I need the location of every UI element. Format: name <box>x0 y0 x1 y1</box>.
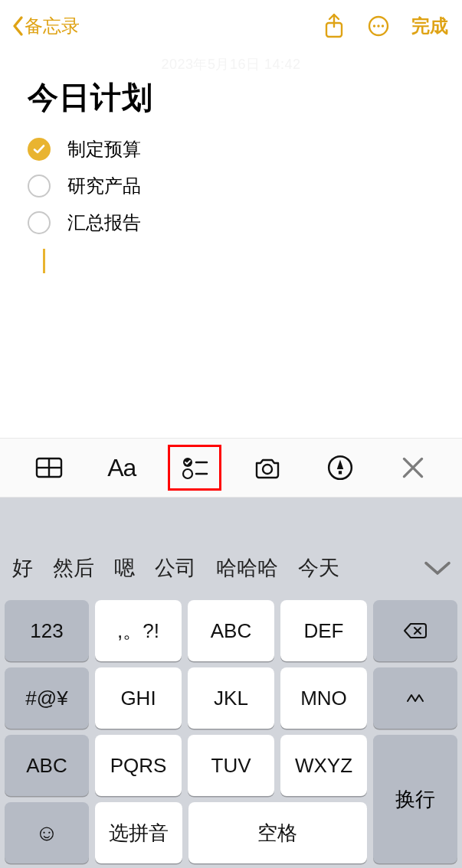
key-punct[interactable]: ,。?! <box>95 600 182 661</box>
key-space[interactable]: 空格 <box>188 802 367 863</box>
text-cursor <box>43 249 45 273</box>
share-button[interactable] <box>323 13 346 39</box>
suggestion-bar: 好 然后 嗯 公司 哈哈哈 今天 <box>0 540 462 596</box>
table-icon <box>35 454 63 481</box>
key-abc[interactable]: ABC <box>188 600 274 661</box>
checkbox-checked[interactable] <box>28 138 51 161</box>
close-icon <box>399 454 427 481</box>
more-button[interactable] <box>367 13 390 39</box>
text-format-button[interactable]: Aa <box>95 445 149 491</box>
suggestion-expand-button[interactable] <box>422 554 453 582</box>
caret-icon <box>405 690 425 706</box>
markup-button[interactable] <box>313 445 367 491</box>
back-label: 备忘录 <box>25 14 80 38</box>
dismiss-keyboard-button[interactable] <box>386 445 440 491</box>
checklist-text: 研究产品 <box>67 174 141 198</box>
format-toolbar: Aa <box>0 438 462 498</box>
svg-point-4 <box>382 24 384 27</box>
checklist-item[interactable]: 制定预算 <box>28 131 434 168</box>
pen-circle-icon <box>326 454 354 481</box>
checklist-text: 制定预算 <box>67 137 141 162</box>
suggestion-item[interactable]: 公司 <box>155 554 196 582</box>
checklist-item[interactable]: 汇总报告 <box>28 204 434 241</box>
checklist-text: 汇总报告 <box>67 210 141 235</box>
key-jkl[interactable]: JKL <box>188 667 274 729</box>
key-mno[interactable]: MNO <box>280 667 367 729</box>
keyboard-spacer <box>0 498 462 540</box>
share-icon <box>323 13 346 39</box>
suggestion-item[interactable]: 然后 <box>53 554 94 582</box>
key-ghi[interactable]: GHI <box>95 667 182 729</box>
key-emoji[interactable]: ☺ <box>5 802 89 863</box>
done-button[interactable]: 完成 <box>411 14 451 38</box>
key-enter[interactable]: 换行 <box>373 735 457 863</box>
key-symbols[interactable]: #@¥ <box>5 667 89 729</box>
backspace-icon <box>403 622 428 640</box>
checkmark-icon <box>32 142 46 156</box>
checklist-item[interactable]: 研究产品 <box>28 168 434 204</box>
svg-point-2 <box>373 24 375 27</box>
chevron-down-icon <box>422 558 453 579</box>
back-button[interactable]: 备忘录 <box>11 14 80 38</box>
note-title: 今日计划 <box>28 77 434 119</box>
nav-bar: 备忘录 完成 <box>0 0 462 49</box>
suggestion-item[interactable]: 好 <box>12 554 33 582</box>
checklist-button[interactable] <box>168 445 221 491</box>
ellipsis-circle-icon <box>367 15 390 38</box>
key-caret[interactable] <box>373 667 457 729</box>
checkbox-unchecked[interactable] <box>28 175 51 197</box>
checkbox-unchecked[interactable] <box>28 211 51 234</box>
suggestion-item[interactable]: 哈哈哈 <box>216 554 278 582</box>
note-timestamp: 2023年5月16日 14:42 <box>28 49 434 73</box>
note-content[interactable]: 2023年5月16日 14:42 今日计划 制定预算 研究产品 汇总报告 <box>0 49 462 438</box>
svg-point-3 <box>377 24 379 27</box>
keyboard: 123 ,。?! ABC DEF #@¥ GHI JKL MNO ABC PQR… <box>0 596 462 868</box>
nav-actions: 完成 <box>323 13 451 39</box>
key-def[interactable]: DEF <box>280 600 367 661</box>
chevron-left-icon <box>11 15 25 37</box>
key-123[interactable]: 123 <box>5 600 89 661</box>
table-button[interactable] <box>22 445 76 491</box>
camera-button[interactable] <box>241 445 294 491</box>
key-backspace[interactable] <box>373 600 457 661</box>
suggestion-item[interactable]: 嗯 <box>114 554 135 582</box>
camera-icon <box>254 454 281 481</box>
suggestion-item[interactable]: 今天 <box>298 554 339 582</box>
svg-point-10 <box>183 469 192 478</box>
key-pinyin[interactable]: 选拼音 <box>95 802 182 863</box>
checklist-icon <box>181 454 208 481</box>
svg-point-12 <box>263 465 272 474</box>
